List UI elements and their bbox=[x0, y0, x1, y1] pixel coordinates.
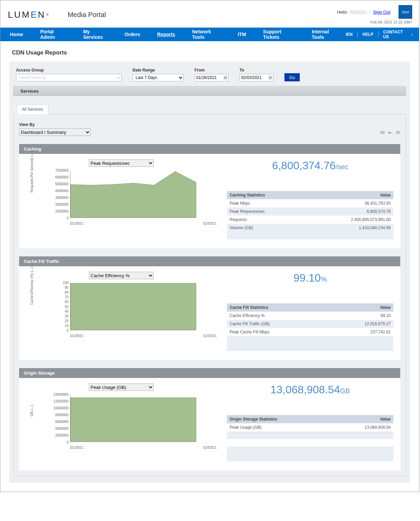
panel-title: Cache Fill Traffic bbox=[19, 256, 400, 266]
caching-stats-table: Caching StatisticsValue Peak Mbps36,431,… bbox=[227, 191, 393, 239]
panel-caching: Caching Peak Requests/sec Requests Per S… bbox=[19, 144, 400, 248]
cache-fill-chart: Cache Efficiency (%) (—) 010203040506070… bbox=[50, 283, 217, 341]
nav-ien[interactable]: IEN bbox=[342, 32, 356, 37]
from-label: From bbox=[195, 68, 229, 73]
export-icon[interactable]: ⇤ bbox=[388, 129, 392, 136]
access-group-label: Access Group bbox=[16, 68, 122, 73]
nav-portal-admin[interactable]: Portal Admin bbox=[37, 29, 69, 40]
date-range-select[interactable]: Last 7 Days bbox=[133, 74, 184, 81]
table-row: Volume (GB)1,410,040,234.99 bbox=[227, 224, 393, 232]
nav-internal-tools[interactable]: Internal Tools bbox=[308, 29, 342, 40]
panel-title: Caching bbox=[19, 144, 400, 154]
table-row: Cache Fill Traffic (GB)12,816,875.27 bbox=[227, 320, 393, 328]
to-label: To bbox=[239, 68, 274, 73]
vyvx-logo: Vyvx bbox=[399, 5, 412, 19]
nav-network-tools[interactable]: Network Tools bbox=[189, 29, 224, 40]
date-range-label: Date Range bbox=[133, 68, 184, 73]
caching-chart: Requests Per Seconds (—) 010000002000000… bbox=[50, 170, 217, 228]
origin-chart: GB (—) 020000004000000600000080000001000… bbox=[50, 394, 217, 452]
table-row: Peak Mbps36,431,763.93 bbox=[227, 199, 393, 207]
panel-origin-storage: Origin Storage Peak Usage (GB) GB (—) 02… bbox=[19, 368, 400, 470]
origin-big-stat: 13,068,908.54GB bbox=[227, 383, 393, 396]
services-bar: Services bbox=[13, 86, 406, 96]
nav-orders[interactable]: Orders bbox=[121, 32, 143, 37]
table-row: Peak Requests/sec6,800,374.76 bbox=[227, 207, 393, 216]
panel-title: Origin Storage bbox=[19, 368, 400, 378]
main-nav: Home Portal Admin My Services Orders Rep… bbox=[0, 28, 419, 41]
nav-home[interactable]: Home bbox=[6, 32, 27, 37]
nav-my-services[interactable]: My Services bbox=[80, 29, 111, 40]
chevron-right-icon: › bbox=[411, 32, 413, 37]
caching-big-stat: 6,800,374.76/sec bbox=[227, 159, 393, 172]
view-by-select[interactable]: Dashboard / Summary bbox=[19, 128, 91, 136]
table-row: Peak Cache Fill Mbps237,742.81 bbox=[227, 328, 393, 336]
cache-fill-stats-table: Cache Fill StatisticsValue Cache Efficie… bbox=[227, 303, 393, 351]
brand-logo: LUMEN® bbox=[8, 10, 49, 20]
portal-title: Media Portal bbox=[68, 11, 106, 19]
nav-reports[interactable]: Reports bbox=[154, 32, 178, 37]
panel-cache-fill: Cache Fill Traffic Cache Efficiency % Ca… bbox=[19, 256, 400, 360]
hello-label: Hello bbox=[337, 10, 347, 15]
username: Matthew bbox=[350, 10, 367, 15]
refresh-icon[interactable]: ⟳ bbox=[396, 129, 400, 136]
nav-itm[interactable]: ITM bbox=[234, 32, 249, 37]
origin-metric-select[interactable]: Peak Usage (GB) bbox=[89, 383, 154, 391]
calendar-icon[interactable]: ▦ bbox=[223, 75, 227, 80]
tab-all-services[interactable]: All Services bbox=[17, 104, 48, 114]
nav-support-tickets[interactable]: Support Tickets bbox=[260, 29, 298, 40]
header-timestamp: Feb 04, 2021 21:22 GMT bbox=[337, 20, 412, 24]
calendar-icon[interactable]: ▦ bbox=[268, 75, 272, 80]
mail-icon[interactable]: ✉ bbox=[380, 129, 385, 136]
nav-contact-us[interactable]: CONTACT US bbox=[380, 30, 410, 39]
sign-out-link[interactable]: Sign Out bbox=[373, 10, 390, 15]
nav-help[interactable]: HELP bbox=[359, 32, 377, 37]
origin-stats-table: Origin Storage StatisticsValue Peak Usag… bbox=[227, 415, 393, 461]
cache-fill-big-stat: 99.10% bbox=[227, 272, 393, 284]
page-title: CDN Usage Reports bbox=[0, 41, 419, 62]
view-by-label: View By bbox=[19, 122, 91, 127]
access-group-select[interactable]: Level3 Internal bbox=[16, 74, 122, 81]
caching-metric-select[interactable]: Peak Requests/sec bbox=[89, 159, 154, 167]
table-row: Requests2,400,685,073,991.00 bbox=[227, 216, 393, 224]
table-row: Peak Usage (GB)13,068,908.54 bbox=[227, 423, 393, 431]
go-button[interactable]: Go bbox=[284, 73, 300, 81]
cache-fill-metric-select[interactable]: Cache Efficiency % bbox=[89, 272, 154, 279]
separator: | bbox=[369, 10, 370, 15]
table-row: Cache Efficiency %99.10 bbox=[227, 312, 393, 320]
